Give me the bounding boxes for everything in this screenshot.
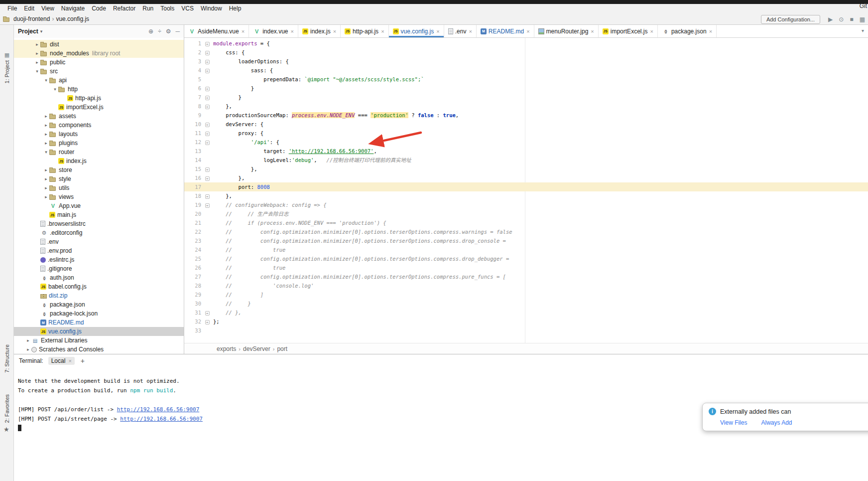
chevron-right-icon[interactable]: ▸ bbox=[43, 114, 49, 119]
close-icon[interactable]: × bbox=[709, 28, 712, 34]
tree-item-.browserslistrc[interactable]: .browserslistrc bbox=[14, 219, 184, 228]
tree-item-utils[interactable]: ▸utils bbox=[14, 183, 184, 192]
tab-AsideMenu.vue[interactable]: VAsideMenu.vue× bbox=[184, 25, 249, 37]
code-line-19[interactable]: 19− // configureWebpack: config => { bbox=[184, 200, 868, 209]
close-icon[interactable]: × bbox=[469, 28, 472, 34]
chevron-down-icon[interactable]: ▾ bbox=[34, 69, 40, 74]
code-line-9[interactable]: 9 productionSourceMap: process.env.NODE_… bbox=[184, 111, 868, 120]
code-line-10[interactable]: 10− devServer: { bbox=[184, 120, 868, 129]
tree-item-api[interactable]: ▾api bbox=[14, 76, 184, 85]
close-icon[interactable]: × bbox=[291, 28, 294, 34]
tool-window-button-favorites[interactable]: 2: Favorites bbox=[0, 394, 14, 423]
fold-marker-icon[interactable]: − bbox=[203, 173, 211, 182]
chevron-down-icon[interactable]: ▾ bbox=[43, 150, 49, 155]
tree-item-App.vue[interactable]: VApp.vue bbox=[14, 201, 184, 210]
tree-item-.eslintrc.js[interactable]: .eslintrc.js bbox=[14, 255, 184, 264]
tree-item-router[interactable]: ▾router bbox=[14, 148, 184, 157]
tree-item-External Libraries[interactable]: ▸▤External Libraries bbox=[14, 336, 184, 345]
chevron-right-icon[interactable]: ▸ bbox=[43, 167, 49, 172]
menu-run[interactable]: Run bbox=[139, 4, 157, 13]
fold-marker-icon[interactable]: − bbox=[203, 93, 211, 102]
close-icon[interactable]: × bbox=[526, 28, 529, 34]
tab-importExcel.js[interactable]: JSimportExcel.js× bbox=[599, 25, 658, 37]
fold-marker-icon[interactable]: − bbox=[203, 138, 211, 147]
fold-marker-icon[interactable]: − bbox=[203, 191, 211, 200]
code-line-27[interactable]: 27 // config.optimization.minimizer[0].o… bbox=[184, 272, 868, 281]
code-line-31[interactable]: 31− // }, bbox=[184, 308, 868, 317]
chevron-down-icon[interactable]: ▾ bbox=[52, 87, 58, 92]
tree-item-importExcel.js[interactable]: JSimportExcel.js bbox=[14, 103, 184, 112]
menu-navigate[interactable]: Navigate bbox=[58, 4, 88, 13]
favorites-star-icon[interactable]: ★ bbox=[3, 426, 9, 433]
add-configuration-button[interactable]: Add Configuration... bbox=[761, 15, 820, 24]
code-line-3[interactable]: 3− loaderOptions: { bbox=[184, 57, 868, 66]
url-link[interactable]: 'http://192.168.66.56:9007' bbox=[289, 148, 374, 154]
tree-item-package-lock.json[interactable]: {}package-lock.json bbox=[14, 309, 184, 318]
code-line-13[interactable]: 13 target: 'http://192.168.66.56:9007', bbox=[184, 147, 868, 156]
tool-window-button-structure[interactable]: 7: Structure bbox=[0, 344, 14, 373]
code-line-12[interactable]: 12− '/api': { bbox=[184, 138, 868, 147]
tree-item-style[interactable]: ▸style bbox=[14, 174, 184, 183]
fold-marker-icon[interactable]: − bbox=[203, 317, 211, 326]
tree-item-src[interactable]: ▾src bbox=[14, 67, 184, 76]
tab-list-icon[interactable]: ▾ bbox=[862, 28, 864, 33]
tab-README.md[interactable]: MREADME.md× bbox=[477, 25, 534, 37]
code-line-7[interactable]: 7− } bbox=[184, 93, 868, 102]
close-icon[interactable]: × bbox=[436, 28, 439, 34]
chevron-right-icon[interactable]: ▸ bbox=[43, 194, 49, 199]
fold-marker-icon[interactable]: − bbox=[203, 120, 211, 129]
terminal-tab-local[interactable]: Local × bbox=[48, 357, 75, 365]
breadcrumb-devServer[interactable]: devServer bbox=[243, 345, 270, 352]
chevron-right-icon[interactable]: ▸ bbox=[43, 132, 49, 137]
fold-marker-icon[interactable]: − bbox=[203, 102, 211, 111]
code-line-28[interactable]: 28 // 'console.log' bbox=[184, 281, 868, 290]
tree-item-.env[interactable]: .env bbox=[14, 237, 184, 246]
code-line-15[interactable]: 15− }, bbox=[184, 164, 868, 173]
tab-package.json[interactable]: {}package.json× bbox=[658, 25, 717, 37]
settings-gear-icon[interactable]: ⚙ bbox=[166, 28, 171, 35]
chevron-down-icon[interactable]: ▾ bbox=[40, 29, 43, 34]
code-line-2[interactable]: 2− css: { bbox=[184, 48, 868, 57]
tab-http-api.js[interactable]: JShttp-api.js× bbox=[341, 25, 388, 37]
tree-item-store[interactable]: ▸store bbox=[14, 165, 184, 174]
tree-item-layouts[interactable]: ▸layouts bbox=[14, 130, 184, 139]
debug-icon[interactable]: ⊙ bbox=[839, 16, 844, 23]
run-icon[interactable]: ▶ bbox=[828, 16, 833, 23]
breadcrumb-exports[interactable]: exports bbox=[217, 345, 236, 352]
chevron-right-icon[interactable]: ▸ bbox=[43, 185, 49, 190]
tree-item-http[interactable]: ▾http bbox=[14, 85, 184, 94]
tree-item-.gitignore[interactable]: .gitignore bbox=[14, 264, 184, 273]
terminal-link[interactable]: http://192.168.66.56:9007 bbox=[117, 406, 200, 413]
close-icon[interactable]: × bbox=[381, 28, 384, 34]
tree-item-node_modules[interactable]: ▸node_moduleslibrary root bbox=[14, 49, 184, 58]
tree-item-http-api.js[interactable]: JShttp-api.js bbox=[14, 94, 184, 103]
always-add-link[interactable]: Always Add bbox=[761, 419, 792, 426]
fold-marker-icon[interactable]: − bbox=[203, 66, 211, 75]
chevron-right-icon[interactable]: ▸ bbox=[43, 141, 49, 146]
code-line-1[interactable]: 1−module.exports = { bbox=[184, 39, 868, 48]
hide-panel-icon[interactable]: ─ bbox=[175, 28, 180, 35]
code-line-17[interactable]: 17 port: 8008 bbox=[184, 182, 868, 191]
code-line-29[interactable]: 29 // ] bbox=[184, 290, 868, 299]
terminal-link[interactable]: http://192.168.66.56:9007 bbox=[120, 416, 203, 422]
git-widget[interactable]: Git bbox=[860, 2, 867, 9]
code-line-11[interactable]: 11− proxy: { bbox=[184, 129, 868, 138]
tree-item-.editorconfig[interactable]: ⚙.editorconfig bbox=[14, 228, 184, 237]
tool-window-button-project[interactable]: ▦ 1: Project bbox=[0, 52, 14, 83]
fold-marker-icon[interactable]: − bbox=[203, 84, 211, 93]
view-files-link[interactable]: View Files bbox=[720, 419, 747, 426]
chevron-right-icon[interactable]: ▸ bbox=[25, 347, 31, 352]
tree-item-public[interactable]: ▸public bbox=[14, 58, 184, 67]
stop-icon[interactable]: ■ bbox=[850, 16, 853, 23]
chevron-right-icon[interactable]: ▸ bbox=[34, 51, 40, 56]
code-line-25[interactable]: 25 // config.optimization.minimizer[0].o… bbox=[184, 254, 868, 263]
code-line-21[interactable]: 21 // if (process.env.NODE_ENV === 'prod… bbox=[184, 218, 868, 227]
close-icon[interactable]: × bbox=[591, 28, 594, 34]
fold-marker-icon[interactable]: − bbox=[203, 200, 211, 209]
chevron-right-icon[interactable]: ▸ bbox=[34, 60, 40, 65]
tree-item-main.js[interactable]: JSmain.js bbox=[14, 210, 184, 219]
code-line-32[interactable]: 32−}; bbox=[184, 317, 868, 326]
code-line-23[interactable]: 23 // config.optimization.minimizer[0].o… bbox=[184, 236, 868, 245]
code-line-6[interactable]: 6− } bbox=[184, 84, 868, 93]
tree-item-dist.zip[interactable]: dist.zip bbox=[14, 291, 184, 300]
